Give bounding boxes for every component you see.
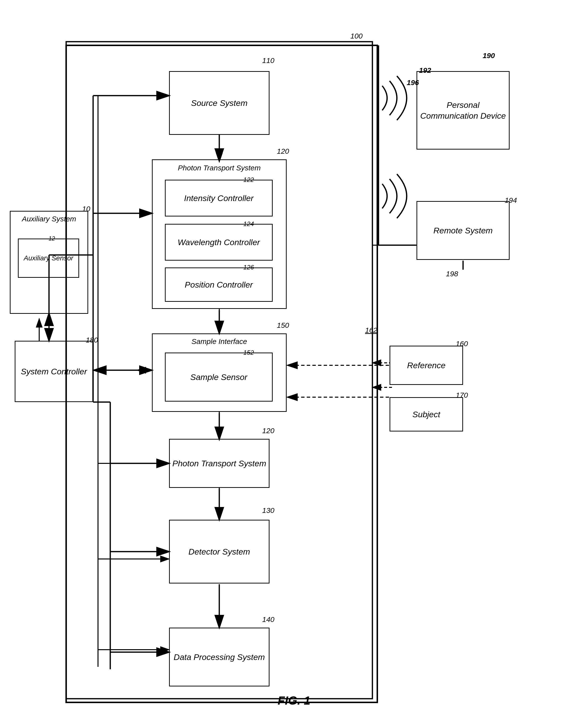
ref-194: 194 [505,196,517,204]
reference-box: Reference [390,346,463,385]
photon-transport-bottom-label: Photon Transport System [172,458,266,469]
reference-label: Reference [407,360,446,371]
detector-system-box: Detector System [169,520,270,583]
sample-interface-box: Sample Interface Sample Sensor 152 [152,334,287,412]
ref-12: 12 [48,235,55,242]
detector-system-label: Detector System [188,546,250,557]
ref-110: 110 [262,56,274,65]
ref-124: 124 [243,220,254,228]
wavelength-controller-label: Wavelength Controller [177,237,260,247]
subject-box: Subject [390,397,463,432]
source-system-box: Source System [169,71,270,135]
diagram: 100 Source System 110 Photon Transport S… [0,0,588,722]
data-processing-box: Data Processing System [169,628,270,686]
auxiliary-sensor-label: Auxiliary Sensor [24,254,73,263]
figure-caption: FIG. 1 [278,694,310,707]
position-controller-label: Position Controller [185,279,253,290]
position-controller-box: Position Controller [165,267,273,302]
intensity-controller-label: Intensity Controller [184,193,253,203]
ref-100: 100 [350,32,363,40]
system-controller-box: System Controller [15,341,93,402]
photon-transport-top-label: Photon Transport System [178,164,261,172]
remote-system-label: Remote System [434,225,493,236]
ref-150: 150 [277,321,289,329]
ref-170: 170 [456,391,468,399]
ref-160: 160 [456,340,468,348]
auxiliary-sensor-box: Auxiliary Sensor [18,239,79,278]
photon-transport-top-box: Photon Transport System Intensity Contro… [152,159,287,309]
ref-162: 162 [365,326,377,335]
ref-198: 198 [446,270,458,278]
sample-sensor-label: Sample Sensor [190,372,247,382]
ref-192: 192 [419,66,431,75]
data-processing-label: Data Processing System [174,651,265,662]
wavelength-controller-box: Wavelength Controller [165,224,273,261]
ref-122: 122 [243,176,254,184]
remote-system-box: Remote System [417,201,510,260]
auxiliary-system-box: Auxiliary System Auxiliary Sensor 12 [10,211,88,314]
personal-comm-label: Personal Communication Device [417,100,509,121]
intensity-controller-box: Intensity Controller [165,180,273,217]
system-controller-label: System Controller [21,366,87,377]
ref-120-bottom: 120 [262,426,274,435]
subject-label: Subject [412,409,440,420]
auxiliary-system-label: Auxiliary System [22,215,76,223]
photon-transport-bottom-box: Photon Transport System [169,439,270,488]
source-system-label: Source System [191,98,248,108]
ref-130: 130 [262,506,274,515]
sample-interface-label: Sample Interface [192,337,247,345]
personal-comm-box: Personal Communication Device [417,71,510,149]
ref-180: 180 [86,336,98,344]
ref-196: 196 [407,78,419,87]
ref-152: 152 [243,349,254,357]
ref-140: 140 [262,615,274,624]
ref-10: 10 [82,205,90,213]
ref-190: 190 [483,52,495,60]
ref-126: 126 [243,264,254,271]
ref-120-top: 120 [277,147,289,156]
sample-sensor-box: Sample Sensor [165,353,273,402]
